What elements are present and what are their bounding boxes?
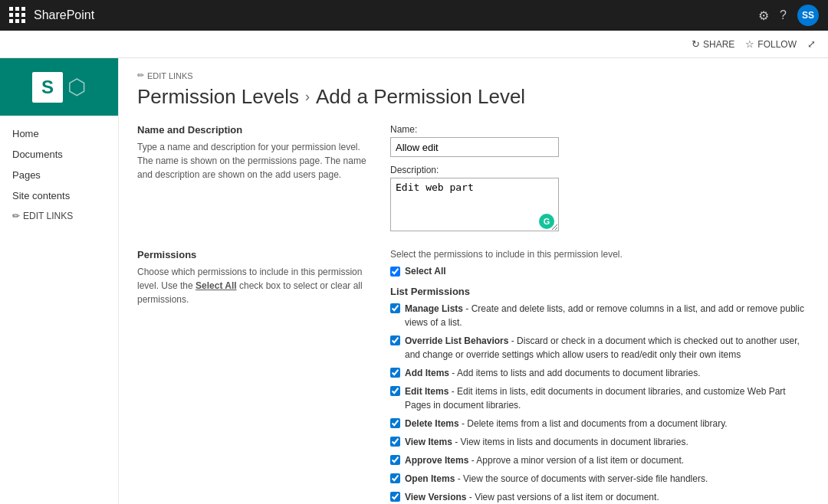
perm-checkbox-override-list[interactable]: [390, 335, 400, 345]
perm-checkbox-approve-items[interactable]: [390, 455, 400, 465]
select-all-link[interactable]: Select All: [196, 280, 237, 291]
sidebar-item-documents-label: Documents: [12, 149, 63, 160]
perm-checkbox-edit-items[interactable]: [390, 386, 400, 396]
sidebar-item-pages[interactable]: Pages: [0, 165, 118, 185]
perm-checkbox-delete-items[interactable]: [390, 418, 400, 428]
perm-name-delete-items: Delete Items: [405, 418, 459, 429]
sidebar-item-site-contents[interactable]: Site contents: [0, 185, 118, 206]
topbar-left: SharePoint: [9, 7, 94, 24]
permissions-left: Permissions Choose which permissions to …: [137, 249, 367, 504]
perm-text-override-list: Override List Behaviors - Discard or che…: [405, 334, 810, 362]
follow-icon: ☆: [745, 38, 754, 50]
sidebar: S ⬡ Home Documents Pages Site contents ✏…: [0, 58, 119, 504]
perm-desc-open-items: - View the source of documents with serv…: [455, 473, 708, 484]
name-description-form: Name: Description: Edit web part G: [390, 124, 810, 234]
perm-checkbox-add-items[interactable]: [390, 368, 400, 378]
perm-item-approve-items: Approve Items - Approve a minor version …: [390, 453, 810, 467]
perm-name-edit-items: Edit Items: [405, 386, 449, 397]
sidebar-item-home[interactable]: Home: [0, 123, 118, 144]
perm-text-add-items: Add Items - Add items to lists and add d…: [405, 366, 701, 380]
description-label: Description:: [390, 165, 810, 175]
page-title: Permission Levels › Add a Permission Lev…: [137, 85, 810, 109]
permissions-heading: Permissions: [137, 249, 367, 260]
perm-text-open-items: Open Items - View the source of document…: [405, 472, 708, 486]
page-title-chevron: ›: [305, 89, 310, 105]
perm-item-add-items: Add Items - Add items to lists and add d…: [390, 366, 810, 380]
pencil-icon: ✏: [12, 211, 20, 221]
select-all-label[interactable]: Select All: [405, 266, 446, 277]
description-textarea[interactable]: Edit web part: [390, 178, 559, 231]
sidebar-edit-links-label: EDIT LINKS: [23, 211, 73, 221]
page-layout: S ⬡ Home Documents Pages Site contents ✏…: [0, 58, 828, 504]
topbar: SharePoint ⚙ ? SS: [0, 0, 828, 31]
focus-button[interactable]: ⤢: [807, 38, 816, 50]
sidebar-edit-links[interactable]: ✏ EDIT LINKS: [0, 206, 118, 226]
sidebar-item-site-contents-label: Site contents: [12, 190, 70, 201]
sidebar-logo: S ⬡: [0, 58, 118, 116]
perm-text-delete-items: Delete Items - Delete items from a list …: [405, 417, 728, 430]
perm-checkbox-view-items[interactable]: [390, 437, 400, 447]
perm-item-open-items: Open Items - View the source of document…: [390, 472, 810, 486]
perm-desc-edit-items: - Edit items in lists, edit documents in…: [405, 386, 786, 411]
site-logo-icon: ⬡: [67, 74, 86, 100]
perm-checkbox-open-items[interactable]: [390, 473, 400, 483]
name-description-desc: Type a name and description for your per…: [137, 140, 367, 182]
breadcrumb: ✏ EDIT LINKS: [137, 70, 810, 80]
description-wrapper: Edit web part G: [390, 178, 559, 234]
perm-name-view-versions: View Versions: [405, 492, 467, 502]
share-icon: ↻: [692, 38, 700, 50]
perm-item-manage-lists: Manage Lists - Create and delete lists, …: [390, 302, 810, 329]
share-label: SHARE: [703, 39, 734, 50]
perm-item-override-list: Override List Behaviors - Discard or che…: [390, 334, 810, 362]
select-all-row: Select All: [390, 266, 810, 277]
help-icon[interactable]: ?: [780, 8, 787, 22]
perm-item-edit-items: Edit Items - Edit items in lists, edit d…: [390, 385, 810, 412]
page-title-part2: Add a Permission Level: [316, 85, 525, 109]
sidebar-nav: Home Documents Pages Site contents ✏ EDI…: [0, 116, 118, 234]
perm-text-edit-items: Edit Items - Edit items in lists, edit d…: [405, 385, 810, 412]
perm-text-approve-items: Approve Items - Approve a minor version …: [405, 453, 684, 467]
permissions-desc: Choose which permissions to include in t…: [137, 265, 367, 306]
follow-button[interactable]: ☆ FOLLOW: [745, 38, 797, 50]
perm-checkbox-view-versions[interactable]: [390, 492, 400, 502]
app-launcher-button[interactable]: [9, 7, 26, 24]
perm-name-override-list: Override List Behaviors: [405, 335, 508, 346]
follow-label: FOLLOW: [757, 39, 797, 50]
perm-name-open-items: Open Items: [405, 473, 455, 484]
list-permissions-title: List Permissions: [390, 286, 810, 297]
name-description-section: Name and Description Type a name and des…: [137, 124, 810, 234]
breadcrumb-pencil-icon: ✏: [137, 70, 144, 80]
subnav: ↻ SHARE ☆ FOLLOW ⤢: [0, 31, 828, 58]
perm-item-view-versions: View Versions - View past versions of a …: [390, 490, 810, 504]
sidebar-item-home-label: Home: [12, 128, 39, 139]
breadcrumb-label[interactable]: EDIT LINKS: [147, 71, 193, 80]
perm-checkbox-manage-lists[interactable]: [390, 303, 400, 313]
main-content: ✏ EDIT LINKS Permission Levels › Add a P…: [119, 58, 828, 504]
settings-icon[interactable]: ⚙: [758, 8, 769, 23]
name-description-left: Name and Description Type a name and des…: [137, 124, 367, 234]
perm-item-view-items: View Items - View items in lists and doc…: [390, 435, 810, 449]
perm-name-approve-items: Approve Items: [405, 455, 468, 466]
name-description-heading: Name and Description: [137, 124, 367, 136]
sidebar-item-pages-label: Pages: [12, 169, 41, 181]
perm-desc-add-items: - Add items to lists and add documents t…: [449, 368, 701, 378]
perm-desc-delete-items: - Delete items from a list and documents…: [459, 418, 728, 429]
focus-icon: ⤢: [807, 38, 816, 50]
app-name: SharePoint: [34, 8, 94, 22]
perm-desc-view-items: - View items in lists and documents in d…: [452, 437, 688, 447]
perm-text-view-versions: View Versions - View past versions of a …: [405, 490, 659, 504]
select-all-checkbox[interactable]: [390, 267, 400, 277]
perm-text-manage-lists: Manage Lists - Create and delete lists, …: [405, 302, 810, 329]
perm-name-view-items: View Items: [405, 437, 452, 447]
site-logo-letter: S: [32, 72, 63, 103]
share-button[interactable]: ↻ SHARE: [692, 38, 734, 50]
name-input[interactable]: [390, 137, 559, 157]
sidebar-item-documents[interactable]: Documents: [0, 144, 118, 165]
perm-name-add-items: Add Items: [405, 368, 449, 378]
perm-desc-view-versions: - View past versions of a list item or d…: [467, 492, 659, 502]
permissions-section: Permissions Choose which permissions to …: [137, 249, 810, 504]
perm-item-delete-items: Delete Items - Delete items from a list …: [390, 417, 810, 430]
perm-desc-manage-lists: - Create and delete lists, add or remove…: [405, 303, 804, 328]
user-avatar[interactable]: SS: [797, 5, 819, 26]
name-label: Name:: [390, 124, 810, 135]
